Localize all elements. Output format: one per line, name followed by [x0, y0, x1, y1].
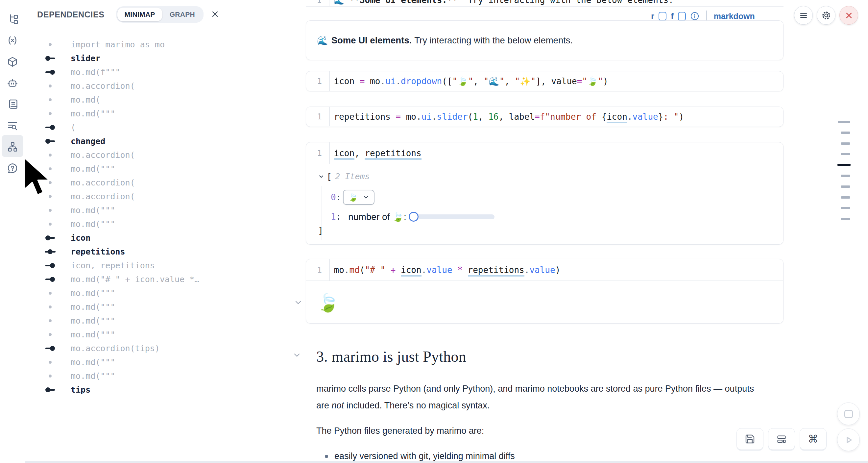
minimap-item[interactable]: slider [43, 51, 227, 65]
play-icon [844, 435, 854, 445]
minimap-item[interactable]: mo.md( [43, 93, 227, 106]
save-button[interactable] [737, 428, 764, 450]
variables-icon[interactable] [7, 34, 19, 47]
minimap-item[interactable]: icon, repetitions [43, 258, 227, 272]
file-tree-icon[interactable] [7, 13, 19, 25]
settings-button[interactable] [817, 6, 835, 25]
cell-scroll-marker[interactable] [841, 207, 850, 209]
minimap-item[interactable]: mo.md(""" [43, 106, 227, 120]
ai-chat-icon[interactable] [7, 77, 19, 89]
icon-dropdown[interactable]: 🍃 [343, 190, 374, 205]
stop-icon [844, 410, 853, 418]
cell-scroll-marker[interactable] [841, 218, 850, 220]
cell-marker-icon [43, 167, 57, 170]
cell-scroll-marker[interactable] [838, 121, 850, 123]
cell-marker-icon [43, 98, 57, 101]
minimap-item[interactable]: mo.md(""" [43, 314, 227, 328]
panel-header: DEPENDENCIES MINIMAP GRAPH [25, 0, 230, 29]
snippets-icon[interactable] [7, 98, 19, 110]
minimap-item[interactable]: mo.md(""" [43, 162, 227, 176]
cell-marker-icon [43, 319, 57, 322]
notebook-menu-button[interactable] [794, 6, 813, 25]
minimap-item-label: slider [71, 54, 100, 63]
minimap-item[interactable]: mo.md(""" [43, 369, 227, 383]
markdown-language-badge[interactable]: markdown [714, 11, 755, 21]
info-icon[interactable] [690, 11, 699, 21]
cell-scroll-marker[interactable] [837, 164, 850, 166]
cell-marker-icon [43, 292, 57, 295]
stop-button[interactable] [837, 402, 860, 425]
minimap-item[interactable]: import marimo as mo [43, 37, 227, 51]
cell-marker-icon [43, 56, 57, 61]
minimap-item[interactable]: mo.md(f""" [43, 65, 227, 79]
minimap-item[interactable]: mo.md(""" [43, 328, 227, 341]
tab-graph[interactable]: GRAPH [162, 7, 202, 21]
minimap-item-label: mo.md(""" [71, 206, 115, 215]
cell-editor-slider[interactable]: 1 repetitions = mo.ui.slider(1, 16, labe… [306, 106, 783, 127]
minimap-item[interactable]: mo.accordion( [43, 189, 227, 203]
minimap-item[interactable]: mo.md(""" [43, 286, 227, 300]
minimap-item[interactable]: mo.accordion(tips) [43, 341, 227, 355]
shutdown-button[interactable] [839, 6, 858, 25]
minimap-item[interactable]: mo.md(""" [43, 355, 227, 369]
minimap-item[interactable]: repetitions [43, 245, 227, 258]
gutter-divider [329, 259, 330, 280]
close-panel-button[interactable] [210, 9, 220, 20]
minimap-item-label: mo.md(""" [71, 330, 115, 339]
minimap-item[interactable]: tips [43, 383, 227, 397]
cell-output-intro: 🌊 Some UI elements. Try interacting with… [306, 21, 783, 60]
cell-scroll-marker[interactable] [841, 131, 850, 134]
run-button[interactable] [837, 429, 860, 451]
minimap-item[interactable]: mo.md("# " + icon.value *… [43, 272, 227, 286]
command-palette-button[interactable]: ⌘ [800, 428, 827, 450]
tree-root: [ 2 Items [318, 171, 370, 182]
minimap-item[interactable]: ( [43, 120, 227, 134]
help-icon[interactable] [7, 162, 19, 174]
command-icon: ⌘ [808, 433, 818, 445]
chevron-down-icon [363, 194, 369, 200]
minimap-item[interactable]: icon [43, 231, 227, 245]
slider-thumb[interactable] [409, 212, 418, 222]
minimap-item[interactable]: mo.accordion( [43, 148, 227, 162]
minimap-item[interactable]: mo.md(""" [43, 203, 227, 217]
minimap-item[interactable]: mo.md(""" [43, 217, 227, 231]
minimap-item[interactable]: mo.md(""" [43, 300, 227, 314]
minimap-item-label: mo.md(f""" [71, 67, 120, 77]
repetitions-slider[interactable] [410, 214, 495, 219]
search-outline-icon[interactable] [7, 120, 19, 131]
minimap-item-label: mo.accordion( [71, 81, 135, 91]
cell-scroll-marker[interactable] [841, 153, 850, 155]
tab-minimap[interactable]: MINIMAP [117, 7, 162, 21]
minimap-item-label: mo.md(""" [71, 109, 115, 118]
cell-scroll-marker[interactable] [841, 196, 850, 198]
packages-icon[interactable] [7, 56, 19, 68]
chevron-down-icon[interactable] [318, 173, 324, 180]
line-number: 1 [306, 76, 322, 86]
minimap-item-label: mo.md(""" [71, 302, 115, 312]
cell-marker-icon [43, 125, 57, 130]
cell-tuple: 1 icon, repetitions [ 2 Items 0: 🍃 1: nu… [306, 142, 783, 245]
dependencies-icon[interactable] [7, 141, 19, 153]
leaf-output: 🍃 [317, 294, 339, 311]
cell-scroll-marker[interactable] [841, 175, 850, 177]
cell-marker-icon [43, 70, 57, 75]
cell-editor-md[interactable]: 1 mo.md("# " + icon.value * repetitions.… [306, 259, 783, 281]
cell-marker-icon [43, 388, 57, 392]
r-checkbox[interactable] [658, 12, 666, 21]
f-checkbox[interactable] [678, 12, 686, 21]
minimap-item[interactable]: changed [43, 134, 227, 148]
minimap-item[interactable]: mo.accordion( [43, 176, 227, 189]
collapse-section-chevron[interactable] [292, 350, 302, 360]
cell-scroll-marker[interactable] [841, 143, 850, 145]
para1-line2-post: included. There’s no magical syntax. [344, 401, 490, 410]
cell-marker-icon [43, 361, 57, 364]
cell-marker-icon [43, 263, 57, 268]
cell-editor-tuple[interactable]: 1 icon, repetitions [306, 143, 783, 164]
layout-button[interactable] [768, 428, 795, 450]
cell-scroll-marker[interactable] [841, 185, 850, 188]
cell-editor-dropdown[interactable]: 1 icon = mo.ui.dropdown(["🍃", "🌊", "✨"],… [306, 71, 783, 91]
minimap-item[interactable]: mo.accordion( [43, 79, 227, 93]
cell-editor-intro[interactable]: 1 🌊 **Some UI elements.** Try interactin… [306, 0, 783, 7]
dropdown-value: 🍃 [348, 193, 358, 202]
collapse-output-chevron[interactable] [293, 298, 303, 307]
